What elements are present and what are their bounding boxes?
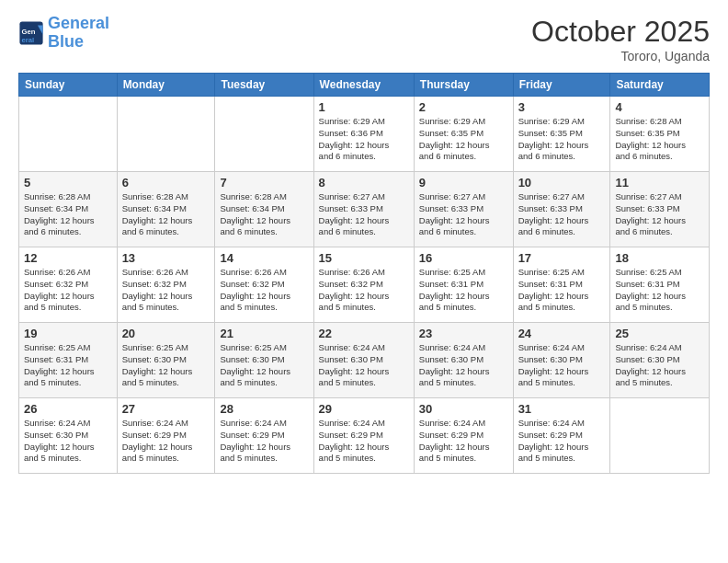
day-number: 16 xyxy=(419,251,508,265)
weekday-header-wednesday: Wednesday xyxy=(313,74,414,97)
calendar-week-4: 19Sunrise: 6:25 AM Sunset: 6:31 PM Dayli… xyxy=(19,323,710,398)
day-number: 12 xyxy=(24,251,112,265)
day-info: Sunrise: 6:28 AM Sunset: 6:34 PM Dayligh… xyxy=(24,191,112,238)
day-info: Sunrise: 6:27 AM Sunset: 6:33 PM Dayligh… xyxy=(615,191,704,238)
logo-text: GeneralBlue xyxy=(48,15,109,52)
calendar-week-2: 5Sunrise: 6:28 AM Sunset: 6:34 PM Daylig… xyxy=(19,172,710,247)
day-number: 4 xyxy=(615,100,704,114)
day-info: Sunrise: 6:25 AM Sunset: 6:31 PM Dayligh… xyxy=(615,267,704,314)
weekday-header-friday: Friday xyxy=(513,74,610,97)
calendar-cell xyxy=(610,398,710,474)
day-info: Sunrise: 6:29 AM Sunset: 6:36 PM Dayligh… xyxy=(319,116,409,163)
day-number: 31 xyxy=(518,402,606,416)
day-number: 11 xyxy=(615,176,704,190)
day-number: 21 xyxy=(220,327,308,340)
header: Gen eral GeneralBlue October 2025 Tororo… xyxy=(18,15,710,63)
weekday-header-row: SundayMondayTuesdayWednesdayThursdayFrid… xyxy=(19,74,710,97)
location: Tororo, Uganda xyxy=(531,49,710,63)
calendar-cell: 28Sunrise: 6:24 AM Sunset: 6:29 PM Dayli… xyxy=(215,398,313,474)
day-info: Sunrise: 6:24 AM Sunset: 6:29 PM Dayligh… xyxy=(220,418,308,465)
calendar-cell: 19Sunrise: 6:25 AM Sunset: 6:31 PM Dayli… xyxy=(19,323,118,398)
calendar-cell: 25Sunrise: 6:24 AM Sunset: 6:30 PM Dayli… xyxy=(610,323,710,398)
calendar-week-5: 26Sunrise: 6:24 AM Sunset: 6:30 PM Dayli… xyxy=(19,398,710,474)
day-info: Sunrise: 6:29 AM Sunset: 6:35 PM Dayligh… xyxy=(419,116,508,163)
calendar-body: 1Sunrise: 6:29 AM Sunset: 6:36 PM Daylig… xyxy=(19,97,710,474)
day-number: 27 xyxy=(122,402,210,416)
day-info: Sunrise: 6:25 AM Sunset: 6:30 PM Dayligh… xyxy=(122,342,210,389)
calendar-cell: 22Sunrise: 6:24 AM Sunset: 6:30 PM Dayli… xyxy=(313,323,414,398)
day-number: 10 xyxy=(518,176,606,190)
day-number: 1 xyxy=(319,100,409,114)
day-info: Sunrise: 6:24 AM Sunset: 6:29 PM Dayligh… xyxy=(419,418,508,465)
calendar-cell: 23Sunrise: 6:24 AM Sunset: 6:30 PM Dayli… xyxy=(414,323,513,398)
day-number: 18 xyxy=(615,251,704,265)
month-title: October 2025 xyxy=(531,15,710,49)
day-info: Sunrise: 6:25 AM Sunset: 6:30 PM Dayligh… xyxy=(220,342,308,389)
day-info: Sunrise: 6:26 AM Sunset: 6:32 PM Dayligh… xyxy=(122,267,210,314)
calendar-cell: 10Sunrise: 6:27 AM Sunset: 6:33 PM Dayli… xyxy=(513,172,610,247)
day-number: 17 xyxy=(518,251,606,265)
day-number: 15 xyxy=(319,251,409,265)
day-info: Sunrise: 6:27 AM Sunset: 6:33 PM Dayligh… xyxy=(419,191,508,238)
calendar-cell: 27Sunrise: 6:24 AM Sunset: 6:29 PM Dayli… xyxy=(117,398,215,474)
day-number: 26 xyxy=(24,402,112,416)
day-info: Sunrise: 6:24 AM Sunset: 6:30 PM Dayligh… xyxy=(319,342,409,389)
weekday-header-sunday: Sunday xyxy=(19,74,118,97)
calendar-table: SundayMondayTuesdayWednesdayThursdayFrid… xyxy=(18,73,710,474)
day-number: 20 xyxy=(122,327,210,340)
day-number: 13 xyxy=(122,251,210,265)
day-info: Sunrise: 6:27 AM Sunset: 6:33 PM Dayligh… xyxy=(518,191,606,238)
calendar-cell: 13Sunrise: 6:26 AM Sunset: 6:32 PM Dayli… xyxy=(117,247,215,323)
day-number: 19 xyxy=(24,327,112,340)
calendar-cell: 2Sunrise: 6:29 AM Sunset: 6:35 PM Daylig… xyxy=(414,97,513,172)
svg-text:eral: eral xyxy=(22,36,35,44)
day-info: Sunrise: 6:24 AM Sunset: 6:30 PM Dayligh… xyxy=(419,342,508,389)
calendar-cell: 3Sunrise: 6:29 AM Sunset: 6:35 PM Daylig… xyxy=(513,97,610,172)
day-number: 7 xyxy=(220,176,308,190)
calendar-cell: 12Sunrise: 6:26 AM Sunset: 6:32 PM Dayli… xyxy=(19,247,118,323)
calendar-cell: 26Sunrise: 6:24 AM Sunset: 6:30 PM Dayli… xyxy=(19,398,118,474)
day-info: Sunrise: 6:26 AM Sunset: 6:32 PM Dayligh… xyxy=(319,267,409,314)
day-number: 2 xyxy=(419,100,508,114)
logo-icon: Gen eral xyxy=(18,20,44,46)
calendar-cell: 8Sunrise: 6:27 AM Sunset: 6:33 PM Daylig… xyxy=(313,172,414,247)
day-info: Sunrise: 6:24 AM Sunset: 6:30 PM Dayligh… xyxy=(518,342,606,389)
day-number: 14 xyxy=(220,251,308,265)
calendar-cell: 21Sunrise: 6:25 AM Sunset: 6:30 PM Dayli… xyxy=(215,323,313,398)
weekday-header-saturday: Saturday xyxy=(610,74,710,97)
calendar-cell: 14Sunrise: 6:26 AM Sunset: 6:32 PM Dayli… xyxy=(215,247,313,323)
day-number: 24 xyxy=(518,327,606,340)
day-info: Sunrise: 6:26 AM Sunset: 6:32 PM Dayligh… xyxy=(220,267,308,314)
page: Gen eral GeneralBlue October 2025 Tororo… xyxy=(0,0,728,563)
calendar-cell: 31Sunrise: 6:24 AM Sunset: 6:29 PM Dayli… xyxy=(513,398,610,474)
calendar-cell: 24Sunrise: 6:24 AM Sunset: 6:30 PM Dayli… xyxy=(513,323,610,398)
calendar-cell: 9Sunrise: 6:27 AM Sunset: 6:33 PM Daylig… xyxy=(414,172,513,247)
calendar-cell: 29Sunrise: 6:24 AM Sunset: 6:29 PM Dayli… xyxy=(313,398,414,474)
weekday-header-monday: Monday xyxy=(117,74,215,97)
day-number: 30 xyxy=(419,402,508,416)
calendar-cell: 11Sunrise: 6:27 AM Sunset: 6:33 PM Dayli… xyxy=(610,172,710,247)
day-number: 22 xyxy=(319,327,409,340)
day-info: Sunrise: 6:25 AM Sunset: 6:31 PM Dayligh… xyxy=(24,342,112,389)
day-number: 23 xyxy=(419,327,508,340)
day-number: 5 xyxy=(24,176,112,190)
calendar-cell: 16Sunrise: 6:25 AM Sunset: 6:31 PM Dayli… xyxy=(414,247,513,323)
calendar-week-3: 12Sunrise: 6:26 AM Sunset: 6:32 PM Dayli… xyxy=(19,247,710,323)
calendar-cell: 5Sunrise: 6:28 AM Sunset: 6:34 PM Daylig… xyxy=(19,172,118,247)
day-info: Sunrise: 6:24 AM Sunset: 6:29 PM Dayligh… xyxy=(319,418,409,465)
calendar-cell: 30Sunrise: 6:24 AM Sunset: 6:29 PM Dayli… xyxy=(414,398,513,474)
day-info: Sunrise: 6:28 AM Sunset: 6:34 PM Dayligh… xyxy=(220,191,308,238)
day-info: Sunrise: 6:28 AM Sunset: 6:35 PM Dayligh… xyxy=(615,116,704,163)
day-info: Sunrise: 6:25 AM Sunset: 6:31 PM Dayligh… xyxy=(518,267,606,314)
calendar-week-1: 1Sunrise: 6:29 AM Sunset: 6:36 PM Daylig… xyxy=(19,97,710,172)
calendar-cell: 6Sunrise: 6:28 AM Sunset: 6:34 PM Daylig… xyxy=(117,172,215,247)
calendar-cell xyxy=(215,97,313,172)
weekday-header-tuesday: Tuesday xyxy=(215,74,313,97)
day-number: 6 xyxy=(122,176,210,190)
calendar-cell xyxy=(117,97,215,172)
calendar-cell: 4Sunrise: 6:28 AM Sunset: 6:35 PM Daylig… xyxy=(610,97,710,172)
day-info: Sunrise: 6:25 AM Sunset: 6:31 PM Dayligh… xyxy=(419,267,508,314)
day-info: Sunrise: 6:29 AM Sunset: 6:35 PM Dayligh… xyxy=(518,116,606,163)
calendar-cell: 7Sunrise: 6:28 AM Sunset: 6:34 PM Daylig… xyxy=(215,172,313,247)
day-info: Sunrise: 6:26 AM Sunset: 6:32 PM Dayligh… xyxy=(24,267,112,314)
